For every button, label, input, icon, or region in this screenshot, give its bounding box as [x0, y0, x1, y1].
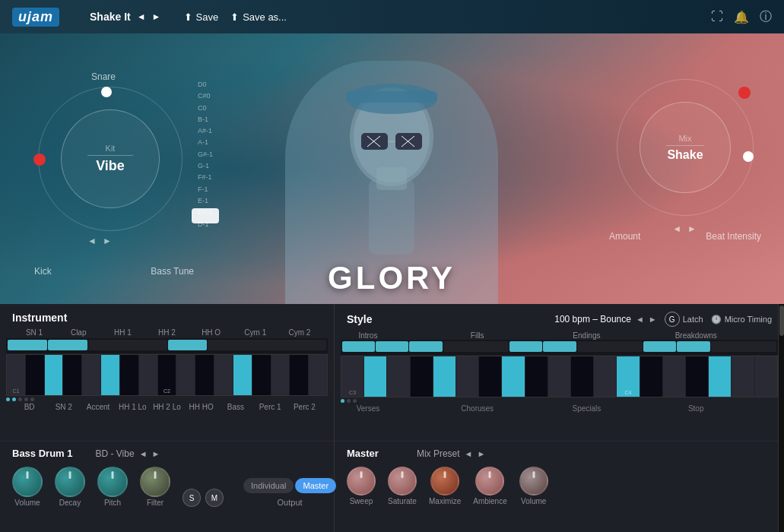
output-label: Output: [278, 498, 303, 507]
key-e1[interactable]: [82, 355, 101, 395]
mix-selector[interactable]: Mix Shake: [640, 102, 731, 193]
key-c1[interactable]: C1: [7, 355, 26, 395]
mute-button[interactable]: M: [205, 489, 224, 507]
style-piano[interactable]: C3 C4: [341, 340, 778, 397]
master-volume-knob[interactable]: [519, 467, 548, 496]
main-visual: Snare Kit Vibe ◄ ► Kick Bass Tune D0 C#0…: [0, 33, 784, 304]
style-note-6: [643, 341, 676, 352]
save-button[interactable]: ⬆ Save: [184, 11, 219, 23]
scrollbar-thumb[interactable]: [779, 306, 784, 336]
kit-arrows: ◄ ►: [87, 236, 112, 246]
style-key-fs4[interactable]: [755, 356, 777, 397]
style-key-c3[interactable]: C3: [341, 356, 364, 397]
style-note-2: [376, 341, 408, 352]
snare-label: Snare: [91, 71, 116, 82]
bpm-prev-button[interactable]: ◄: [636, 315, 644, 324]
style-key-f4[interactable]: [732, 356, 754, 397]
style-key-as3[interactable]: [571, 356, 594, 397]
key-ds1[interactable]: [63, 355, 82, 395]
bass-drum-preset: BD - Vibe ◄ ►: [95, 448, 160, 459]
style-key-d3[interactable]: [387, 356, 410, 397]
style-key-a3[interactable]: [548, 356, 571, 397]
key-g1[interactable]: [139, 355, 158, 395]
expand-button[interactable]: ⛶: [711, 10, 723, 24]
bpm-display: 100 bpm – Bounce ◄ ►: [554, 314, 657, 325]
style-note-inactive-3: [711, 341, 776, 352]
style-key-fs3[interactable]: [479, 356, 502, 397]
info-button[interactable]: ⓘ: [760, 9, 772, 25]
kit-label: Kit: [106, 144, 116, 153]
kit-prev-arrow[interactable]: ◄: [87, 236, 97, 246]
saturate-knob[interactable]: [388, 467, 417, 496]
style-key-c4[interactable]: C4: [617, 356, 640, 397]
filter-knob[interactable]: [140, 467, 170, 497]
pitch-knob[interactable]: [97, 467, 128, 497]
note-inactive-1: [88, 340, 167, 350]
style-note-3: [409, 341, 442, 352]
decay-knob-group: Decay: [55, 467, 85, 507]
key-c2-active[interactable]: C2: [233, 355, 252, 395]
preset-prev-button[interactable]: ◄: [137, 11, 146, 22]
master-section: Master Mix Preset ◄ ► Sweep Saturate Max…: [335, 441, 784, 532]
sm-buttons: S M: [183, 489, 224, 507]
key-cs1[interactable]: [26, 355, 45, 395]
decay-knob[interactable]: [55, 467, 85, 497]
key-ds2[interactable]: [290, 355, 309, 395]
style-key-e4[interactable]: [709, 356, 732, 397]
style-beat-dot-2: [347, 399, 351, 403]
style-key-ds3[interactable]: [411, 356, 433, 397]
key-b1[interactable]: [214, 355, 233, 395]
micro-timing-button[interactable]: 🕐 Micro Timing: [711, 315, 772, 325]
right-scrollbar[interactable]: [778, 304, 784, 532]
style-piano-keys[interactable]: C3 C4: [341, 356, 778, 397]
style-key-cs4[interactable]: [640, 356, 663, 397]
piano-keys-row[interactable]: C1 C2: [6, 354, 328, 396]
pitch-handle[interactable]: [192, 208, 219, 223]
bd-preset-next[interactable]: ►: [152, 449, 160, 458]
key-f1-active[interactable]: [101, 355, 120, 395]
instrument-piano[interactable]: C1 C2: [6, 338, 328, 396]
master-knobs-row: Sweep Saturate Maximize Ambience Volume: [335, 462, 784, 510]
sweep-knob-label: Sweep: [350, 497, 373, 505]
mix-dot-top[interactable]: [738, 87, 751, 99]
preset-next-button[interactable]: ►: [152, 11, 161, 22]
bpm-next-button[interactable]: ►: [649, 315, 657, 324]
ambience-knob[interactable]: [475, 467, 504, 496]
key-d1-active[interactable]: [45, 355, 64, 395]
save-as-button[interactable]: ⬆ Save as...: [230, 11, 287, 23]
key-as1[interactable]: [195, 355, 214, 395]
maximize-knob[interactable]: [430, 467, 459, 496]
instrument-controls-header: Bass Drum 1 BD - Vibe ◄ ►: [0, 442, 334, 462]
master-preset-prev[interactable]: ◄: [465, 449, 473, 458]
notifications-button[interactable]: 🔔: [734, 10, 749, 24]
style-key-gs3[interactable]: [525, 356, 548, 397]
key-e2[interactable]: [309, 355, 327, 395]
kit-next-arrow[interactable]: ►: [103, 236, 112, 246]
style-note-7: [677, 341, 709, 352]
key-cs2[interactable]: [252, 355, 271, 395]
key-d2[interactable]: [271, 355, 290, 395]
style-key-ds4[interactable]: [686, 356, 709, 397]
key-fs1[interactable]: [120, 355, 139, 395]
style-key-cs3[interactable]: [364, 356, 387, 397]
latch-icon: G: [665, 312, 680, 327]
key-a1[interactable]: [176, 355, 195, 395]
style-key-f3[interactable]: [456, 356, 479, 397]
sweep-knob[interactable]: [347, 467, 376, 496]
master-button[interactable]: Master: [295, 478, 336, 493]
individual-button[interactable]: Individual: [243, 478, 294, 493]
kit-selector[interactable]: Kit Vibe: [61, 109, 160, 208]
solo-button[interactable]: S: [183, 489, 201, 507]
style-key-e3[interactable]: [433, 356, 456, 397]
style-key-g3[interactable]: [502, 356, 525, 397]
style-key-b3[interactable]: [594, 356, 617, 397]
style-key-d4[interactable]: [663, 356, 686, 397]
latch-button[interactable]: G Latch: [665, 312, 703, 327]
master-preset-next[interactable]: ►: [478, 449, 486, 458]
volume-knob-label: Volume: [14, 499, 40, 507]
sweep-knob-group: Sweep: [347, 467, 376, 505]
output-toggle: Individual Master: [243, 478, 336, 493]
kit-dot-left[interactable]: [33, 154, 46, 166]
volume-knob[interactable]: [12, 467, 43, 497]
bd-preset-prev[interactable]: ◄: [139, 449, 148, 458]
